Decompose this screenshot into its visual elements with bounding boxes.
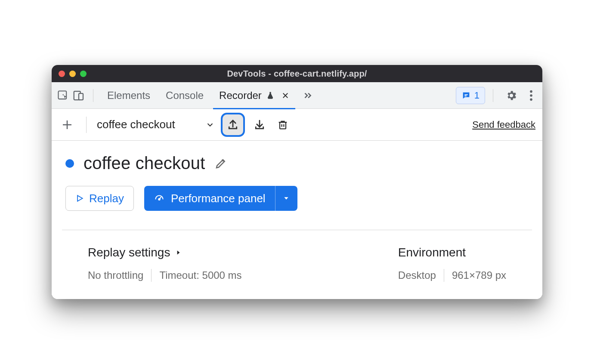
performance-dropdown-button[interactable] <box>275 186 297 211</box>
replay-button[interactable]: Replay <box>65 186 134 211</box>
timeout-value: Timeout: 5000 ms <box>159 269 241 281</box>
edit-title-button[interactable] <box>214 157 227 170</box>
flask-icon <box>266 91 275 100</box>
traffic-lights <box>52 71 87 77</box>
svg-rect-0 <box>59 91 67 99</box>
svg-rect-3 <box>464 94 467 95</box>
recording-title-row: coffee checkout <box>62 154 532 173</box>
tab-label: Console <box>166 89 204 102</box>
recording-title: coffee checkout <box>84 154 205 173</box>
svg-point-7 <box>530 98 532 101</box>
separator <box>493 89 493 102</box>
devtools-window: DevTools - coffee-cart.netlify.app/ Elem… <box>52 65 542 299</box>
recording-settings: Replay settings No throttling Timeout: 5… <box>62 230 532 289</box>
performance-button-group: Performance panel <box>144 186 297 211</box>
device-toolbar-icon[interactable] <box>72 89 85 102</box>
recording-selector-value: coffee checkout <box>97 118 175 131</box>
message-icon <box>461 91 471 100</box>
tab-label: Recorder <box>219 89 262 102</box>
environment-device: Desktop <box>398 269 436 281</box>
tab-label: Elements <box>107 89 150 102</box>
devtools-tabs-bar: Elements Console Recorder 1 <box>52 82 542 109</box>
replay-settings-values: No throttling Timeout: 5000 ms <box>88 269 242 282</box>
throttling-value: No throttling <box>88 269 143 281</box>
expand-right-icon <box>175 249 181 256</box>
import-recording-button[interactable] <box>251 116 268 133</box>
export-recording-button[interactable] <box>221 113 245 137</box>
export-icon <box>226 118 239 131</box>
svg-point-6 <box>530 94 532 97</box>
recording-status-dot <box>65 159 74 168</box>
settings-icon[interactable] <box>501 89 522 102</box>
separator <box>93 89 93 102</box>
gauge-icon <box>154 193 165 204</box>
issues-button[interactable]: 1 <box>456 87 485 104</box>
viewport-size: 961×789 px <box>452 269 506 281</box>
close-window-button[interactable] <box>59 71 65 77</box>
recorder-toolbar: coffee checkout Send feedback <box>52 109 542 141</box>
separator <box>444 269 444 282</box>
recorder-main: coffee checkout Replay Performance panel <box>52 141 542 299</box>
window-title: DevTools - coffee-cart.netlify.app/ <box>52 69 542 79</box>
svg-rect-4 <box>464 96 467 96</box>
replay-label: Replay <box>89 192 124 205</box>
tab-console[interactable]: Console <box>160 82 210 109</box>
separator <box>151 269 152 282</box>
tab-elements[interactable]: Elements <box>101 82 156 109</box>
delete-recording-button[interactable] <box>274 116 291 133</box>
environment-column: Environment Desktop 961×789 px <box>398 246 506 282</box>
send-feedback-link[interactable]: Send feedback <box>472 119 535 130</box>
issues-count: 1 <box>474 90 480 101</box>
play-icon <box>75 194 84 203</box>
performance-label: Performance panel <box>171 192 266 205</box>
environment-values: Desktop 961×789 px <box>398 269 506 282</box>
more-tabs-icon[interactable] <box>302 90 313 101</box>
window-titlebar: DevTools - coffee-cart.netlify.app/ <box>52 65 542 82</box>
more-options-icon[interactable] <box>525 89 537 102</box>
separator <box>86 117 87 133</box>
performance-panel-button[interactable]: Performance panel <box>144 186 275 211</box>
minimize-window-button[interactable] <box>69 71 76 77</box>
replay-settings-heading[interactable]: Replay settings <box>88 246 242 259</box>
new-recording-button[interactable] <box>59 116 76 133</box>
recording-actions: Replay Performance panel <box>62 186 532 211</box>
inspect-element-icon[interactable] <box>57 89 69 102</box>
zoom-window-button[interactable] <box>80 71 87 77</box>
recording-selector[interactable]: coffee checkout <box>97 118 215 131</box>
environment-heading: Environment <box>398 246 506 259</box>
replay-settings-column: Replay settings No throttling Timeout: 5… <box>88 246 242 282</box>
tab-recorder[interactable]: Recorder <box>213 82 295 109</box>
chevron-down-icon <box>205 120 215 130</box>
caret-down-icon <box>283 195 290 202</box>
svg-point-5 <box>530 90 532 93</box>
svg-rect-2 <box>79 93 83 100</box>
import-icon <box>253 118 266 131</box>
trash-icon <box>277 119 289 131</box>
close-tab-icon[interactable] <box>282 92 289 99</box>
replay-settings-heading-label: Replay settings <box>88 246 170 259</box>
environment-heading-label: Environment <box>398 246 466 259</box>
svg-point-9 <box>158 199 160 200</box>
svg-rect-8 <box>280 122 286 129</box>
